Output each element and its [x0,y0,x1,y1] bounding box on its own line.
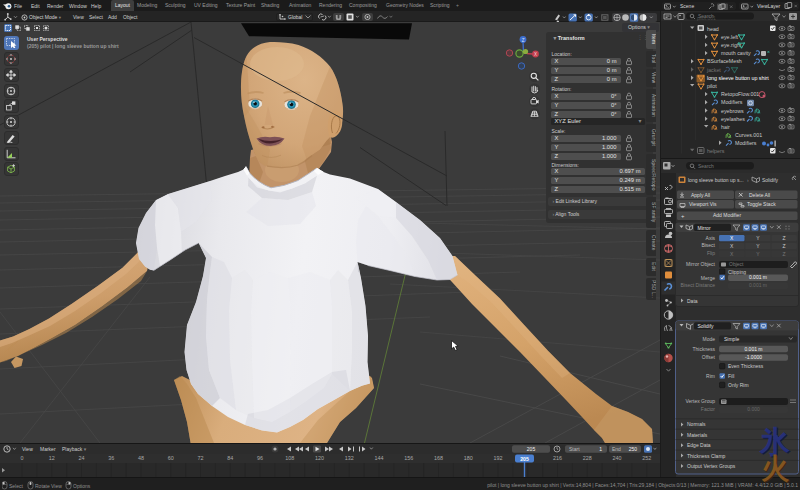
svg-text:156: 156 [404,455,413,461]
svg-text:X: X [534,52,537,57]
svg-text:0.001 m: 0.001 m [744,346,762,352]
svg-text:Vertex Group: Vertex Group [686,398,716,404]
svg-text:Add Modifier: Add Modifier [713,212,741,218]
svg-text:Solidify: Solidify [698,323,715,329]
svg-text:144: 144 [375,455,384,461]
svg-text:0: 0 [21,455,24,461]
svg-text:Only Rim: Only Rim [728,382,749,388]
svg-text:84: 84 [227,455,233,461]
svg-text:eye.left: eye.left [721,34,739,40]
svg-text:48: 48 [138,455,144,461]
svg-text:Output Vertex Groups: Output Vertex Groups [687,463,736,469]
svg-text:Data: Data [687,298,698,304]
svg-text:Clipping: Clipping [728,269,746,275]
svg-text:Thickness Clamp: Thickness Clamp [687,453,726,459]
svg-text:Thickness: Thickness [692,346,715,352]
svg-text:head: head [707,26,719,32]
svg-text:228: 228 [583,455,592,461]
svg-text:72: 72 [198,455,204,461]
svg-text:jacket: jacket [706,67,721,73]
svg-text:Merge: Merge [701,275,715,281]
svg-text:Mirror Object: Mirror Object [686,261,716,267]
svg-text:eyelashes: eyelashes [721,116,745,122]
svg-text:View: View [22,446,33,452]
svg-text:240: 240 [613,455,622,461]
svg-text:132: 132 [345,455,354,461]
svg-text:Even Thickness: Even Thickness [728,363,764,369]
svg-text:long sleeve button up s...: long sleeve button up s... [688,177,744,183]
svg-text:helpers: helpers [707,148,725,154]
svg-text:Axis: Axis [706,235,716,241]
svg-text:Rim: Rim [706,373,715,379]
svg-text:Flip: Flip [707,250,715,256]
svg-text:108: 108 [285,455,294,461]
svg-text:205: 205 [520,456,529,462]
svg-text:0.001 m: 0.001 m [749,282,767,288]
svg-text:Rotate View: Rotate View [35,482,62,488]
svg-text:0.000: 0.000 [747,406,760,412]
svg-text:Edge Data: Edge Data [687,442,711,448]
svg-text:Playback ▾: Playback ▾ [62,446,87,452]
svg-text:Offset: Offset [702,354,716,360]
svg-text:Z: Z [783,235,786,241]
svg-text:long sleeve button up shirt: long sleeve button up shirt [707,75,769,81]
svg-text:mouth cavity: mouth cavity [721,50,751,56]
svg-text:Search: Search [698,163,714,169]
svg-text:eyebrows: eyebrows [721,108,744,114]
svg-text:24: 24 [79,455,85,461]
svg-text:250: 250 [629,446,638,452]
svg-text:180: 180 [464,455,473,461]
svg-text:+: + [681,213,685,219]
svg-text:Curves.001: Curves.001 [735,132,762,138]
svg-text:Z: Z [783,243,786,249]
svg-text:Solidify: Solidify [762,177,779,183]
svg-text:Mode: Mode [702,336,715,342]
svg-text:Toggle Stack: Toggle Stack [747,201,776,207]
svg-text:Viewport Vis: Viewport Vis [689,201,717,207]
svg-text:Options: Options [73,482,91,488]
svg-text:Normals: Normals [687,421,706,427]
svg-text:Z: Z [522,38,525,43]
svg-text:120: 120 [315,455,324,461]
svg-text:BSurfaceMesh: BSurfaceMesh [707,58,742,64]
svg-text:Mirror: Mirror [698,225,711,231]
svg-text:96: 96 [257,455,263,461]
svg-text:pilot.001: pilot.001 [697,15,716,21]
svg-text:0.001 m: 0.001 m [749,274,767,280]
svg-text:205: 205 [527,446,536,452]
svg-text:Start: Start [569,446,580,452]
svg-text:36: 36 [108,455,114,461]
svg-text:Bisect Distance: Bisect Distance [681,282,716,288]
svg-text:Simple: Simple [724,336,740,342]
svg-text:Apply All: Apply All [691,192,710,198]
svg-text:1: 1 [599,446,602,452]
svg-text:Factor: Factor [701,406,716,412]
svg-text:Bisect: Bisect [701,242,715,248]
svg-text:Select: Select [9,482,24,488]
svg-text:12: 12 [49,455,55,461]
svg-text:Object: Object [729,261,744,267]
svg-text:Modifiers: Modifiers [721,99,743,105]
svg-text:216: 216 [553,455,562,461]
svg-text:Modifiers: Modifiers [735,140,757,146]
svg-text:192: 192 [494,455,503,461]
svg-text:RetopoFlow.001: RetopoFlow.001 [721,91,759,97]
svg-text:Fill: Fill [728,373,734,379]
svg-text:Delete All: Delete All [749,192,770,198]
svg-text:Materials: Materials [687,432,708,438]
svg-text:252: 252 [642,455,651,461]
svg-text:Z: Z [783,251,786,257]
svg-text:hair: hair [721,124,730,130]
svg-text:pilot: pilot [707,83,717,89]
svg-text:-1.0000: -1.0000 [745,354,762,360]
svg-text:60: 60 [168,455,174,461]
svg-text:Marker: Marker [40,446,56,452]
svg-text:168: 168 [434,455,443,461]
svg-text:End: End [612,446,621,452]
